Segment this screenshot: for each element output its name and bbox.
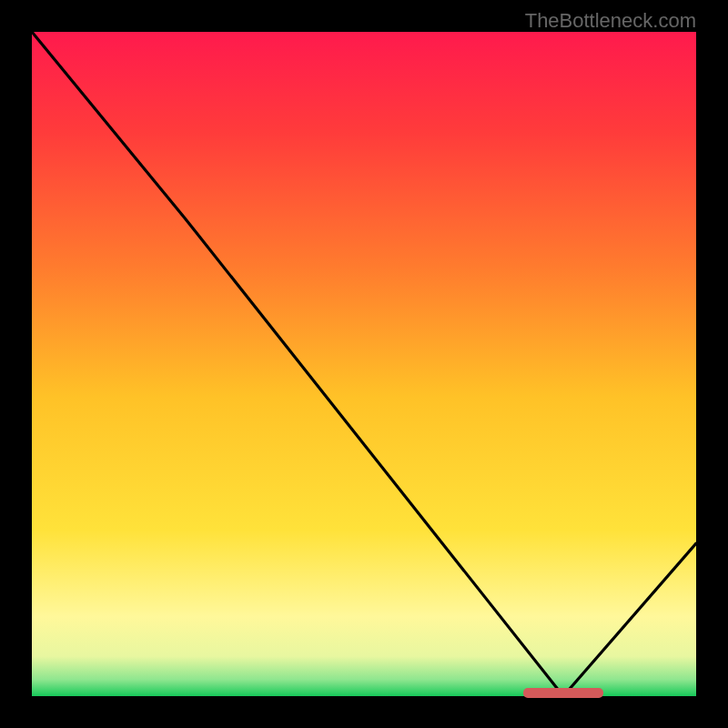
watermark-text: TheBottleneck.com xyxy=(525,9,696,33)
chart-background-gradient xyxy=(32,32,696,696)
plot-area xyxy=(32,32,696,696)
chart-container: TheBottleneck.com xyxy=(0,0,728,728)
svg-rect-0 xyxy=(32,32,696,696)
highlight-marker xyxy=(523,688,603,698)
